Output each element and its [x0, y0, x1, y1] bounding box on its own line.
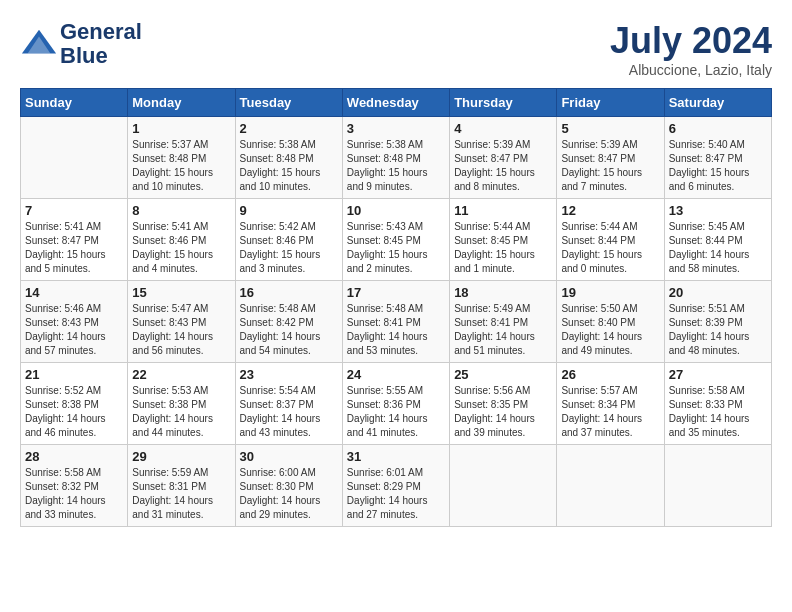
calendar-cell: 5Sunrise: 5:39 AMSunset: 8:47 PMDaylight… — [557, 117, 664, 199]
calendar-week-2: 7Sunrise: 5:41 AMSunset: 8:47 PMDaylight… — [21, 199, 772, 281]
day-info: Sunrise: 5:40 AMSunset: 8:47 PMDaylight:… — [669, 138, 767, 194]
day-number: 15 — [132, 285, 230, 300]
day-number: 11 — [454, 203, 552, 218]
day-number: 16 — [240, 285, 338, 300]
day-info: Sunrise: 5:44 AMSunset: 8:44 PMDaylight:… — [561, 220, 659, 276]
calendar-cell: 2Sunrise: 5:38 AMSunset: 8:48 PMDaylight… — [235, 117, 342, 199]
logo: General Blue — [20, 20, 142, 68]
day-number: 9 — [240, 203, 338, 218]
day-number: 6 — [669, 121, 767, 136]
day-info: Sunrise: 5:38 AMSunset: 8:48 PMDaylight:… — [240, 138, 338, 194]
day-info: Sunrise: 5:44 AMSunset: 8:45 PMDaylight:… — [454, 220, 552, 276]
day-number: 1 — [132, 121, 230, 136]
calendar-cell: 8Sunrise: 5:41 AMSunset: 8:46 PMDaylight… — [128, 199, 235, 281]
day-number: 7 — [25, 203, 123, 218]
calendar-cell: 7Sunrise: 5:41 AMSunset: 8:47 PMDaylight… — [21, 199, 128, 281]
calendar-cell: 14Sunrise: 5:46 AMSunset: 8:43 PMDayligh… — [21, 281, 128, 363]
day-number: 14 — [25, 285, 123, 300]
calendar-cell: 20Sunrise: 5:51 AMSunset: 8:39 PMDayligh… — [664, 281, 771, 363]
calendar-cell: 25Sunrise: 5:56 AMSunset: 8:35 PMDayligh… — [450, 363, 557, 445]
calendar-week-3: 14Sunrise: 5:46 AMSunset: 8:43 PMDayligh… — [21, 281, 772, 363]
day-info: Sunrise: 5:56 AMSunset: 8:35 PMDaylight:… — [454, 384, 552, 440]
day-number: 22 — [132, 367, 230, 382]
day-info: Sunrise: 5:48 AMSunset: 8:41 PMDaylight:… — [347, 302, 445, 358]
day-info: Sunrise: 5:45 AMSunset: 8:44 PMDaylight:… — [669, 220, 767, 276]
day-number: 23 — [240, 367, 338, 382]
day-number: 4 — [454, 121, 552, 136]
day-info: Sunrise: 5:50 AMSunset: 8:40 PMDaylight:… — [561, 302, 659, 358]
day-number: 29 — [132, 449, 230, 464]
day-number: 27 — [669, 367, 767, 382]
calendar-week-5: 28Sunrise: 5:58 AMSunset: 8:32 PMDayligh… — [21, 445, 772, 527]
day-number: 31 — [347, 449, 445, 464]
calendar-cell: 30Sunrise: 6:00 AMSunset: 8:30 PMDayligh… — [235, 445, 342, 527]
calendar-cell: 27Sunrise: 5:58 AMSunset: 8:33 PMDayligh… — [664, 363, 771, 445]
day-info: Sunrise: 5:41 AMSunset: 8:46 PMDaylight:… — [132, 220, 230, 276]
day-number: 26 — [561, 367, 659, 382]
day-number: 13 — [669, 203, 767, 218]
day-info: Sunrise: 5:53 AMSunset: 8:38 PMDaylight:… — [132, 384, 230, 440]
day-info: Sunrise: 5:52 AMSunset: 8:38 PMDaylight:… — [25, 384, 123, 440]
day-info: Sunrise: 5:39 AMSunset: 8:47 PMDaylight:… — [454, 138, 552, 194]
calendar-header-tuesday: Tuesday — [235, 89, 342, 117]
calendar-cell: 29Sunrise: 5:59 AMSunset: 8:31 PMDayligh… — [128, 445, 235, 527]
day-number: 2 — [240, 121, 338, 136]
day-info: Sunrise: 5:46 AMSunset: 8:43 PMDaylight:… — [25, 302, 123, 358]
day-info: Sunrise: 6:00 AMSunset: 8:30 PMDaylight:… — [240, 466, 338, 522]
location-subtitle: Albuccione, Lazio, Italy — [610, 62, 772, 78]
calendar-cell: 10Sunrise: 5:43 AMSunset: 8:45 PMDayligh… — [342, 199, 449, 281]
day-number: 17 — [347, 285, 445, 300]
day-info: Sunrise: 5:59 AMSunset: 8:31 PMDaylight:… — [132, 466, 230, 522]
calendar-cell: 19Sunrise: 5:50 AMSunset: 8:40 PMDayligh… — [557, 281, 664, 363]
calendar-cell: 9Sunrise: 5:42 AMSunset: 8:46 PMDaylight… — [235, 199, 342, 281]
day-info: Sunrise: 5:39 AMSunset: 8:47 PMDaylight:… — [561, 138, 659, 194]
day-number: 5 — [561, 121, 659, 136]
calendar-cell: 12Sunrise: 5:44 AMSunset: 8:44 PMDayligh… — [557, 199, 664, 281]
day-info: Sunrise: 5:43 AMSunset: 8:45 PMDaylight:… — [347, 220, 445, 276]
calendar-cell: 17Sunrise: 5:48 AMSunset: 8:41 PMDayligh… — [342, 281, 449, 363]
month-title: July 2024 — [610, 20, 772, 62]
day-info: Sunrise: 5:48 AMSunset: 8:42 PMDaylight:… — [240, 302, 338, 358]
calendar-table: SundayMondayTuesdayWednesdayThursdayFrid… — [20, 88, 772, 527]
day-info: Sunrise: 5:47 AMSunset: 8:43 PMDaylight:… — [132, 302, 230, 358]
day-number: 3 — [347, 121, 445, 136]
logo-icon — [20, 25, 58, 63]
day-number: 28 — [25, 449, 123, 464]
day-number: 19 — [561, 285, 659, 300]
day-number: 25 — [454, 367, 552, 382]
day-number: 12 — [561, 203, 659, 218]
page-header: General Blue July 2024 Albuccione, Lazio… — [20, 20, 772, 78]
calendar-week-4: 21Sunrise: 5:52 AMSunset: 8:38 PMDayligh… — [21, 363, 772, 445]
calendar-cell: 24Sunrise: 5:55 AMSunset: 8:36 PMDayligh… — [342, 363, 449, 445]
calendar-cell: 31Sunrise: 6:01 AMSunset: 8:29 PMDayligh… — [342, 445, 449, 527]
calendar-week-1: 1Sunrise: 5:37 AMSunset: 8:48 PMDaylight… — [21, 117, 772, 199]
calendar-header-row: SundayMondayTuesdayWednesdayThursdayFrid… — [21, 89, 772, 117]
title-block: July 2024 Albuccione, Lazio, Italy — [610, 20, 772, 78]
calendar-cell: 11Sunrise: 5:44 AMSunset: 8:45 PMDayligh… — [450, 199, 557, 281]
logo-text: General Blue — [60, 20, 142, 68]
day-info: Sunrise: 5:37 AMSunset: 8:48 PMDaylight:… — [132, 138, 230, 194]
calendar-cell: 26Sunrise: 5:57 AMSunset: 8:34 PMDayligh… — [557, 363, 664, 445]
calendar-body: 1Sunrise: 5:37 AMSunset: 8:48 PMDaylight… — [21, 117, 772, 527]
day-number: 10 — [347, 203, 445, 218]
day-info: Sunrise: 5:57 AMSunset: 8:34 PMDaylight:… — [561, 384, 659, 440]
calendar-header-sunday: Sunday — [21, 89, 128, 117]
calendar-cell — [450, 445, 557, 527]
day-info: Sunrise: 5:38 AMSunset: 8:48 PMDaylight:… — [347, 138, 445, 194]
day-info: Sunrise: 5:55 AMSunset: 8:36 PMDaylight:… — [347, 384, 445, 440]
calendar-header-monday: Monday — [128, 89, 235, 117]
day-number: 8 — [132, 203, 230, 218]
calendar-cell: 4Sunrise: 5:39 AMSunset: 8:47 PMDaylight… — [450, 117, 557, 199]
calendar-cell: 15Sunrise: 5:47 AMSunset: 8:43 PMDayligh… — [128, 281, 235, 363]
calendar-cell: 18Sunrise: 5:49 AMSunset: 8:41 PMDayligh… — [450, 281, 557, 363]
calendar-cell: 28Sunrise: 5:58 AMSunset: 8:32 PMDayligh… — [21, 445, 128, 527]
day-info: Sunrise: 5:58 AMSunset: 8:33 PMDaylight:… — [669, 384, 767, 440]
day-info: Sunrise: 5:51 AMSunset: 8:39 PMDaylight:… — [669, 302, 767, 358]
calendar-cell — [21, 117, 128, 199]
day-number: 30 — [240, 449, 338, 464]
day-number: 18 — [454, 285, 552, 300]
calendar-cell: 22Sunrise: 5:53 AMSunset: 8:38 PMDayligh… — [128, 363, 235, 445]
calendar-header-friday: Friday — [557, 89, 664, 117]
day-info: Sunrise: 5:41 AMSunset: 8:47 PMDaylight:… — [25, 220, 123, 276]
day-info: Sunrise: 6:01 AMSunset: 8:29 PMDaylight:… — [347, 466, 445, 522]
